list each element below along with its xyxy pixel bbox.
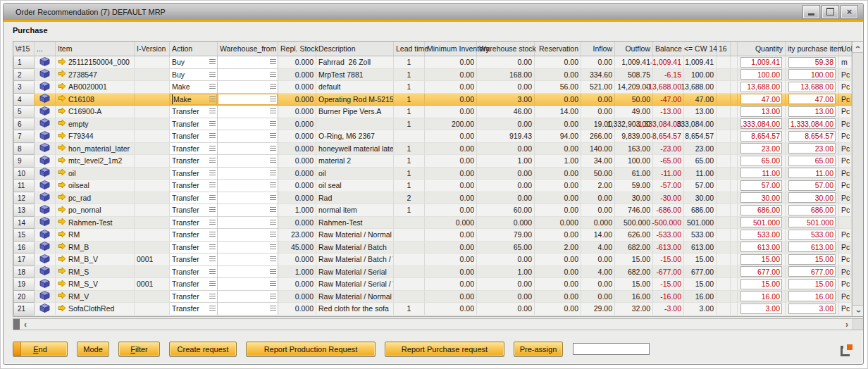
quantity-input[interactable]: 1,009.41 [740,57,782,68]
row-number-cell[interactable]: 9 [13,155,35,168]
link-arrow-icon[interactable] [58,218,66,227]
quantity-input[interactable]: 15.00 [740,254,782,265]
qty-purchase-item-input[interactable]: 8,654.57 [788,131,836,142]
action-select[interactable]: Transfer [170,291,218,304]
dropdown-icon[interactable] [209,281,216,286]
item-code-cell[interactable]: RM_B [56,242,135,254]
dropdown-icon[interactable] [209,158,216,163]
dropdown-icon[interactable] [270,306,276,311]
row-number-cell[interactable]: 11 [13,180,35,192]
table-row[interactable]: 18RM_STransfer1.000Raw Material / Serial… [13,266,852,279]
dropdown-icon[interactable] [209,256,216,261]
table-row[interactable]: 19RM_S_V0001Transfer0.000Raw Material / … [13,278,852,291]
title-bar[interactable]: Order Recommendation (7) DEFAULT MRP × [4,4,863,20]
qty-purchase-item-input[interactable]: 16.00 [788,291,836,301]
row-number-cell[interactable]: 14 [13,217,35,230]
row-number-cell[interactable]: 7 [13,130,35,143]
action-select[interactable]: Transfer [170,204,218,217]
qty-purchase-item-input[interactable]: 57.00 [788,180,836,191]
link-arrow-icon[interactable] [58,58,66,67]
warehouse-from-select[interactable] [218,180,278,192]
quantity-input[interactable]: 30.00 [740,192,782,203]
warehouse-from-select[interactable] [218,242,278,254]
quantity-input[interactable]: 501.000 [740,217,782,227]
row-number-cell[interactable]: 2 [13,69,35,82]
dropdown-icon[interactable] [270,158,276,163]
quantity-input[interactable]: 533.00 [740,230,782,240]
warehouse-from-select[interactable] [218,168,278,180]
link-arrow-icon[interactable] [58,206,66,215]
end-button[interactable]: End [13,342,68,356]
link-arrow-icon[interactable] [58,255,66,264]
mode-button[interactable]: Mode [77,342,109,356]
warehouse-from-select[interactable] [218,94,278,106]
row-number-cell[interactable]: 6 [13,118,35,131]
item-code-cell[interactable]: AB0020001 [56,81,135,94]
table-row[interactable]: 17RM_B_V0001Transfer0.000Raw Material / … [13,254,852,266]
dropdown-icon[interactable] [209,232,216,237]
link-arrow-icon[interactable] [58,230,66,239]
dropdown-icon[interactable] [209,306,216,311]
warehouse-from-select[interactable] [218,217,278,230]
warehouse-from-select[interactable] [218,130,278,143]
action-select[interactable]: Transfer [170,266,218,279]
link-arrow-icon[interactable] [58,70,66,79]
table-row[interactable]: 5C16900-ATransfer0.000Burner Pipe Vers.A… [13,106,852,118]
action-select[interactable]: Transfer [170,254,218,266]
action-select[interactable]: Transfer [170,180,218,192]
quantity-input[interactable]: 613.00 [740,242,782,252]
qty-purchase-item-input[interactable]: 13,688.00 [788,82,836,92]
dropdown-icon[interactable] [209,108,216,113]
dropdown-icon[interactable] [270,232,276,237]
horizontal-scrollbar-thumb[interactable] [13,319,20,330]
item-code-cell[interactable]: hon_material_later [56,143,135,156]
dropdown-icon[interactable] [270,195,276,200]
link-arrow-icon[interactable] [58,156,66,165]
link-arrow-icon[interactable] [58,82,66,92]
action-select[interactable]: Transfer [170,143,218,156]
quantity-input[interactable]: 1,333,084.00 [740,118,782,129]
item-code-cell[interactable]: 25112150004_000 [56,56,135,69]
dropdown-icon[interactable] [270,72,276,77]
maximize-button[interactable] [822,6,838,18]
quantity-input[interactable]: 8,654.57 [740,131,782,142]
qty-purchase-item-input[interactable]: 100.00 [788,69,836,80]
warehouse-from-select[interactable] [218,278,278,291]
dropdown-icon[interactable] [270,220,276,225]
item-code-cell[interactable]: oil [56,168,135,180]
warehouse-from-select[interactable] [218,155,278,168]
report-purchase-request-button[interactable]: Report Purchase request [385,342,504,356]
action-select[interactable]: Buy [170,69,218,82]
qty-purchase-item-input[interactable]: 11.00 [788,168,836,178]
table-row[interactable]: 10oilTransfer0.000oil10.000.000.0050.006… [13,168,852,180]
quantity-input[interactable]: 57.00 [740,180,782,191]
item-code-cell[interactable]: 2738547 [56,69,135,82]
table-row[interactable]: 125112150004_000Buy0.000Fahrrad 26 Zoll1… [13,56,852,69]
dropdown-icon[interactable] [270,294,276,299]
table-row[interactable]: 14Rahmen-TestTransfer0.000Rahmen-Test0.0… [13,217,852,230]
warehouse-from-select[interactable] [218,69,278,82]
action-select[interactable]: Transfer [170,303,218,315]
link-arrow-icon[interactable] [58,107,66,116]
table-row[interactable]: 12pc_radTransfer0.000Rad20.000.000.000.0… [13,192,852,205]
qty-purchase-item-input[interactable]: 613.00 [788,242,836,252]
link-arrow-icon[interactable] [58,144,66,153]
dropdown-icon[interactable] [270,170,276,175]
action-select[interactable]: Transfer [170,278,218,291]
qty-purchase-item-input[interactable]: 1,333,084.00 [788,118,836,129]
item-code-cell[interactable]: RM_B_V [56,254,135,266]
scroll-down-button[interactable]: ‹ [852,306,864,316]
action-select[interactable]: Make [170,94,218,106]
dropdown-icon[interactable] [209,269,216,274]
qty-purchase-item-input[interactable]: 47.00 [788,94,836,104]
warehouse-from-select[interactable] [218,192,278,205]
qty-purchase-item-input[interactable]: 501.000 [788,217,836,227]
dropdown-icon[interactable] [270,281,276,286]
dropdown-icon[interactable] [209,72,216,77]
quantity-input[interactable]: 11.00 [740,168,782,178]
quantity-input[interactable]: 15.00 [740,279,782,289]
table-row[interactable]: 9mtc_level2_1m2Transfer0.000material 210… [13,155,852,168]
scroll-right-button[interactable]: › [841,319,852,330]
table-row[interactable]: 16RM_BTransfer45.000Raw Material / Batch… [13,242,852,254]
row-number-cell[interactable]: 5 [13,106,35,118]
